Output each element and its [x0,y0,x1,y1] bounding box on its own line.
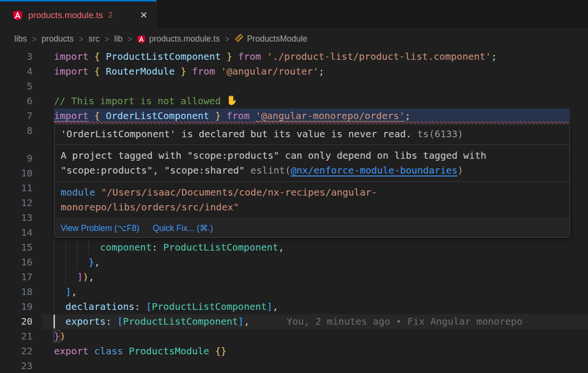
chevron-right-icon: > [105,34,109,44]
code-token: ; [405,110,411,121]
line-number[interactable]: 12 [0,196,32,210]
code-line-content: export class ProductsModule {} [54,344,588,359]
pointing-down-emoji [226,95,237,107]
code-line-18[interactable]: 18 ], [0,285,588,299]
hover-ts-error: 'OrderListComponent' is declared but its… [54,124,569,145]
line-number[interactable]: 8 [0,123,32,138]
line-number[interactable]: 5 [0,79,32,94]
code-token: './product-list/product-list.component' [267,51,492,62]
code-token: export [54,345,94,357]
close-icon[interactable]: ✕ [138,10,150,21]
line-number[interactable]: 21 [0,329,32,344]
code-token: } [88,256,94,268]
code-token [54,301,65,312]
code-line-20[interactable]: 20 exports: [ProductListComponent],You, … [0,314,588,329]
code-line-15[interactable]: 15 component: ProductListComponent, [0,240,588,255]
code-token: { [94,110,106,121]
line-number[interactable]: 19 [0,299,32,314]
code-token [54,256,88,268]
code-token: ] [267,301,273,312]
code-token: , [244,316,249,327]
code-token: declarations [65,301,135,312]
breadcrumb-item-libs[interactable]: libs [14,34,27,44]
line-number[interactable]: 14 [0,225,32,240]
line-number[interactable]: 17 [0,270,32,285]
line-number[interactable]: 4 [0,64,32,79]
line-number[interactable]: 7 [0,109,32,123]
line-number[interactable]: 6 [0,94,32,109]
code-line-content: import { ProductListComponent } from './… [54,49,588,64]
module-path-line1: module "/Users/isaac/Documents/code/nx-r… [61,185,563,200]
code-token: : [135,301,146,312]
code-token: , [273,301,278,312]
breadcrumb-item-file[interactable]: products.module.ts [137,34,220,44]
code-token: { [94,51,106,62]
code-line-16[interactable]: 16 }, [0,255,588,270]
code-token: ProductListComponent [106,51,221,62]
text-cursor [53,315,55,329]
code-token: { [94,66,106,77]
code-line-content: component: ProductListComponent, [54,240,588,255]
ts-error-message: 'OrderListComponent' is declared but its… [61,128,412,140]
chevron-right-icon: > [128,34,132,44]
code-token: RouterModule [106,66,175,77]
line-number[interactable]: 20 [0,314,32,329]
line-number[interactable]: 3 [0,49,32,64]
eslint-message-line1: A project tagged with "scope:products" c… [61,148,563,163]
hover-status-bar: View Problem (⌥F8) Quick Fix... (⌘.) [54,219,569,237]
indent-guide [54,285,54,299]
eslint-message-line2: "scope:products", "scope:shared" eslint(… [61,163,563,178]
ts-error-code: ts(6133) [412,128,463,140]
breadcrumb-file-label: products.module.ts [149,34,220,44]
indent-guide [77,255,77,270]
quick-fix-button[interactable]: Quick Fix... (⌘.) [153,221,213,236]
indent-guide [54,299,54,314]
eslint-rule-link[interactable]: @nx/enforce-module-boundaries [291,165,458,176]
view-problem-button[interactable]: View Problem (⌥F8) [61,221,139,236]
code-line-3[interactable]: 3import { ProductListComponent } from '.… [0,49,588,64]
line-number[interactable]: 23 [0,359,32,373]
code-token: ProductListComponent [163,241,278,253]
code-line-17[interactable]: 17 ]), [0,270,588,285]
angular-icon [12,10,23,21]
code-token: ] [238,316,244,327]
code-token: , [278,241,284,253]
code-line-content: ], [54,285,588,299]
breadcrumb-item-lib[interactable]: lib [114,34,123,44]
code-line-22[interactable]: 22export class ProductsModule {} [0,344,588,359]
code-token: import [54,51,94,62]
line-number[interactable]: 16 [0,255,32,270]
code-token: ProductListComponent [152,301,267,312]
chevron-right-icon: > [79,34,83,44]
diagnostics-hover-popup: 'OrderListComponent' is declared but its… [54,124,570,238]
line-number[interactable]: 15 [0,240,32,255]
breadcrumb-item-symbol[interactable]: ProductsModule [235,33,307,45]
code-token: ProductsModule [129,345,215,357]
line-number[interactable]: 11 [0,181,32,196]
code-token: } [209,110,221,121]
code-line-23[interactable]: 23 [0,359,588,373]
module-path-line2: monorepo/libs/orders/src/index" [61,200,563,215]
code-token [54,316,65,327]
breadcrumb-item-src[interactable]: src [88,34,99,44]
code-line-19[interactable]: 19 declarations: [ProductListComponent], [0,299,588,314]
line-number[interactable]: 13 [0,210,32,225]
line-number[interactable]: 22 [0,344,32,359]
tab-products-module[interactable]: products.module.ts 2 ✕ [0,0,157,29]
code-line-5[interactable]: 5 [0,79,588,94]
breadcrumb-item-products[interactable]: products [42,34,74,44]
line-number[interactable]: 18 [0,285,32,299]
code-token: [ [146,301,152,312]
code-line-6[interactable]: 6// This import is not allowed [0,94,588,109]
code-token: component [100,241,151,253]
line-number[interactable]: 9 [0,151,32,166]
code-token: ) [60,330,65,342]
code-line-4[interactable]: 4import { RouterModule } from '@angular/… [0,64,588,79]
indent-guide [88,240,89,255]
indent-guide [54,270,54,285]
code-token: ProductListComponent [123,316,238,327]
code-line-21[interactable]: 21}) [0,329,588,344]
code-line-7[interactable]: 7import { OrderListComponent } from '@an… [0,109,588,123]
line-number[interactable]: 10 [0,166,32,181]
code-token: } [221,51,232,62]
